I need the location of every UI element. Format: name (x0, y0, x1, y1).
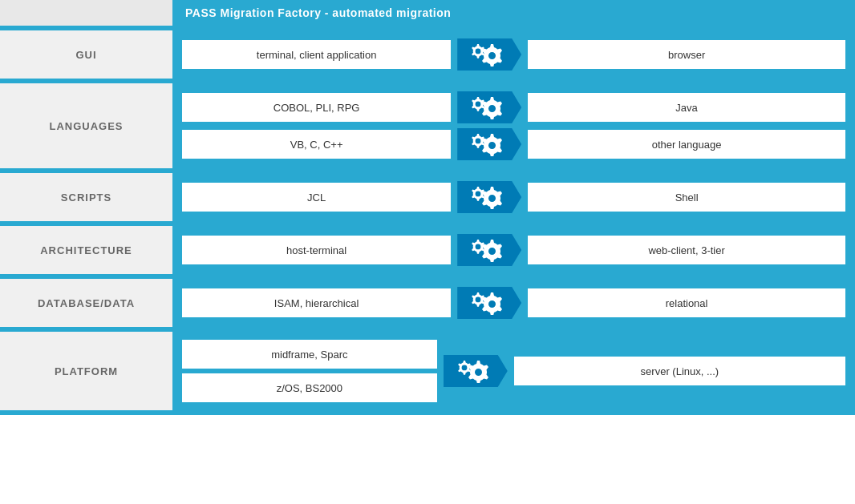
row-scripts: SCRIPTSJCL Shell (0, 173, 855, 221)
gears-icon (472, 185, 507, 209)
content-database: ISAM, hierarchical relational (172, 279, 855, 327)
gears-icon (472, 95, 507, 119)
label-architecture: ARCHITECTURE (0, 226, 172, 274)
gears-icon (472, 42, 507, 67)
content-languages: COBOL, PLI, RPG JavaVB, C, C++ other lan… (172, 83, 855, 168)
label-platform: PLATFORM (0, 332, 172, 410)
source-platform: midframe, Sparc (182, 340, 437, 369)
arrow-database (457, 287, 521, 319)
content-architecture: host-terminal web-client, 3-tier (172, 226, 855, 274)
gears-icon (458, 359, 493, 383)
arrow-gui (457, 38, 521, 71)
arrow-languages (457, 128, 521, 160)
label-scripts: SCRIPTS (0, 173, 172, 221)
arrow-architecture (457, 234, 521, 266)
target-platform: server (Linux, ...) (514, 357, 845, 385)
target-gui: browser (528, 40, 845, 69)
row-platform: PLATFORMmidframe, Sparcz/OS, BS2000 serv… (0, 332, 855, 410)
gears-icon (472, 132, 507, 156)
arrow-platform (444, 355, 508, 387)
arrow-languages (457, 91, 521, 123)
source-platform: z/OS, BS2000 (182, 373, 437, 402)
target-languages: Java (528, 93, 845, 122)
row-architecture: ARCHITECTUREhost-terminal web-client, 3-… (0, 226, 855, 274)
row-languages: LANGUAGESCOBOL, PLI, RPG JavaVB, C, C++ … (0, 83, 855, 168)
label-gui: GUI (0, 30, 172, 79)
target-scripts: Shell (528, 183, 845, 212)
target-architecture: web-client, 3-tier (528, 236, 845, 264)
source-languages: COBOL, PLI, RPG (182, 93, 451, 122)
content-gui: terminal, client application browser (172, 30, 855, 79)
label-languages: LANGUAGES (0, 83, 172, 168)
arrow-scripts (457, 181, 521, 213)
content-platform: midframe, Sparcz/OS, BS2000 server (Linu… (172, 332, 855, 410)
gears-icon (472, 238, 507, 262)
source-architecture: host-terminal (182, 236, 451, 264)
gears-icon (472, 291, 507, 315)
target-database: relational (528, 288, 845, 317)
source-languages: VB, C, C++ (182, 130, 451, 159)
source-gui: terminal, client application (182, 40, 451, 69)
row-gui: GUIterminal, client application browser (0, 30, 855, 79)
row-database: DATABASE/DATAISAM, hierarchical relation… (0, 279, 855, 327)
content-scripts: JCL Shell (172, 173, 855, 221)
header-title: PASS Migration Factory - automated migra… (172, 0, 855, 26)
migration-table: PASS Migration Factory - automated migra… (0, 0, 855, 26)
source-scripts: JCL (182, 183, 451, 212)
target-languages: other language (528, 130, 845, 159)
header-row: PASS Migration Factory - automated migra… (0, 0, 855, 26)
label-database: DATABASE/DATA (0, 279, 172, 327)
source-database: ISAM, hierarchical (182, 288, 451, 317)
